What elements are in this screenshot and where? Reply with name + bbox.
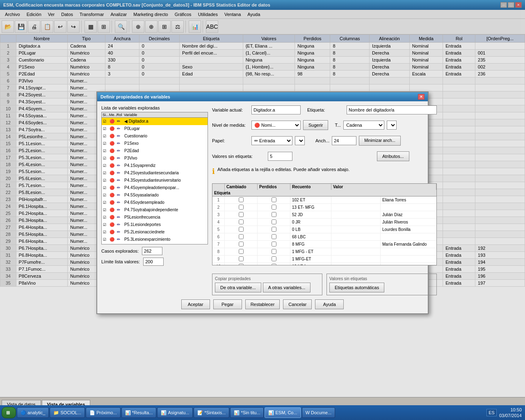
variable-list-item[interactable]: ☑🔴✏◀ Digitador.a [102,118,208,125]
cambiado-checkbox[interactable] [239,227,244,232]
values-etiqueta-cell [381,263,436,265]
variable-list-item[interactable]: ☑🔴✏P4.6Soydesempleado [102,199,208,206]
variable-list-item[interactable]: ☑🔴✏P5.4Lesioncasa [102,243,208,244]
values-section: Cambiado Perdidos Recuento Valor Etiquet… [212,183,437,265]
variable-list-item[interactable]: ☑🔴✏P4.7Soytrabajoindependiente [102,206,208,214]
values-cambiado-cell[interactable] [225,196,258,203]
cambiado-checkbox[interactable] [239,264,244,265]
variable-list-box[interactable]: ☑🔴✏◀ Digitador.a☑🔴✏P0Lugar☑🔴✏Cuestionari… [101,117,208,244]
cambiado-checkbox[interactable] [239,234,244,239]
etiqueta-input[interactable] [347,105,437,114]
variable-list-item[interactable]: ☑🔴✏P3Vivo [102,155,208,162]
perdidos-checkbox[interactable] [272,264,276,265]
papel-extra-select[interactable] [295,136,305,145]
cancelar-btn[interactable]: Cancelar [283,299,312,309]
cambiado-checkbox[interactable] [239,212,244,217]
taskbar-app-btn[interactable]: 📊*Resulta... [121,407,157,418]
values-recuento-cell: 68 LBC [290,233,331,240]
cambiado-checkbox[interactable] [239,197,244,202]
perdidos-checkbox[interactable] [272,249,276,254]
cambiado-checkbox[interactable] [239,256,244,261]
values-perdidos-cell[interactable] [258,204,290,211]
var-role-icon: ✏ [117,185,124,190]
variable-list-item[interactable]: ☑🔴✏Cuestionario [102,132,208,140]
values-perdidos-cell[interactable] [258,219,290,226]
tipo-select[interactable]: Cadena [343,121,384,130]
tipo-extra-select[interactable] [387,121,397,130]
values-perdidos-cell[interactable] [258,248,290,255]
variable-list-item[interactable]: ☑🔴✏P4.5Soyasalariado [102,192,208,199]
perdidos-checkbox[interactable] [272,234,276,239]
var-name-label: P1Sexo [124,141,206,146]
taskbar-app-btn[interactable]: 📝*Sintaxis... [194,407,229,418]
perdidos-checkbox[interactable] [272,212,276,217]
var-role-icon: ✏ [117,222,124,227]
taskbar-app-btn[interactable]: 📊ESM, Co... [265,407,301,418]
variable-list-item[interactable]: ☑🔴✏P0Lugar [102,125,208,132]
casos-input[interactable] [142,247,162,255]
limite-input[interactable] [143,258,164,266]
cambiado-checkbox[interactable] [239,242,244,247]
values-cambiado-cell[interactable] [225,211,258,218]
perdidos-checkbox[interactable] [272,242,276,247]
atributos-btn[interactable]: Atributos... [377,151,409,161]
var-actual-input[interactable] [251,105,301,114]
de-otra-btn[interactable]: De otra variable... [215,283,261,292]
values-cambiado-cell[interactable] [225,204,258,211]
values-cambiado-cell[interactable] [225,241,258,248]
variable-list-item[interactable]: ☑🔴✏P4.2Soyestudiantesecundaria [102,169,208,177]
variable-list-item[interactable]: ☑🔴✏P4.3Soyestudianteuniversitario [102,177,208,184]
minimizar-btn[interactable]: Minimizar anch... [359,136,401,146]
values-cambiado-cell[interactable] [225,233,258,240]
values-perdidos-cell[interactable] [258,233,290,240]
variable-list-item[interactable]: ☑🔴✏P4.4Soyempleadotiempopar... [102,184,208,192]
variable-list-item[interactable]: ☑🔴✏P5.2Lesionacciednete [102,228,208,236]
variable-list-item[interactable]: ☑🔴✏P4.1Soyaprendiz [102,162,208,169]
taskbar-app-btn[interactable]: 📄Próximo... [86,407,121,418]
pegar-btn[interactable]: Pegar [213,299,242,309]
taskbar-app-btn[interactable]: 🔵analytic_ [17,407,49,418]
values-cambiado-cell[interactable] [225,248,258,255]
ayuda-btn[interactable]: Ayuda [315,299,344,309]
variable-list-item[interactable]: ☑🔴✏P5Lesionfrecuencia [102,214,208,221]
perdidos-checkbox[interactable] [272,219,276,224]
variable-list-item[interactable]: ☑🔴✏P1Sexo [102,140,208,147]
taskbar-app-btn[interactable]: 📊*Sin titu... [230,407,264,418]
values-perdidos-cell[interactable] [258,241,290,248]
values-valor-cell [331,226,381,233]
cambiado-checkbox[interactable] [239,205,244,210]
values-perdidos-cell[interactable] [258,226,290,233]
taskbar-app-btn[interactable]: 📊Asignatu... [157,407,193,418]
cambiado-checkbox[interactable] [239,249,244,254]
perdidos-checkbox[interactable] [272,227,276,232]
valores-etiqueta-input[interactable] [268,152,292,161]
values-perdidos-cell[interactable] [258,196,290,203]
variable-list-item[interactable]: ☑🔴✏P5.3Lesionexparcimiento [102,236,208,243]
values-cambiado-cell[interactable] [225,263,258,265]
variable-list-item[interactable]: ☑🔴✏P5.1Lesiondeportes [102,221,208,228]
values-perdidos-cell[interactable] [258,211,290,218]
aceptar-btn[interactable]: Aceptar [181,299,210,309]
taskbar-app-btn[interactable]: 📁SOCIOL... [50,407,85,418]
anch-input[interactable] [332,136,356,145]
dialog-close-btn[interactable]: ✕ [418,94,425,100]
values-perdidos-cell[interactable] [258,263,290,265]
restablecer-btn[interactable]: Restablecer [245,299,280,309]
sugerir-btn[interactable]: Sugerir [303,120,328,130]
papel-select[interactable]: ✏ Entrada [251,136,292,145]
cambiado-checkbox[interactable] [239,219,244,224]
start-button[interactable]: ⊞ [2,407,16,418]
a-otras-btn[interactable]: A otras variables... [263,283,311,292]
perdidos-checkbox[interactable] [272,205,276,210]
perdidos-checkbox[interactable] [272,197,276,202]
var-role-icon: ✏ [117,208,124,212]
variable-list-item[interactable]: ☑🔴✏P2Edad [102,147,208,155]
values-perdidos-cell[interactable] [258,256,290,262]
nivel-select[interactable]: 🔴 Nomi... [251,121,301,130]
taskbar-app-btn[interactable]: WDocume... [302,407,336,418]
values-cambiado-cell[interactable] [225,219,258,226]
values-cambiado-cell[interactable] [225,256,258,262]
etiquetas-auto-btn[interactable]: Etiquetas automáticas [329,283,384,292]
perdidos-checkbox[interactable] [272,256,276,261]
values-cambiado-cell[interactable] [225,226,258,233]
